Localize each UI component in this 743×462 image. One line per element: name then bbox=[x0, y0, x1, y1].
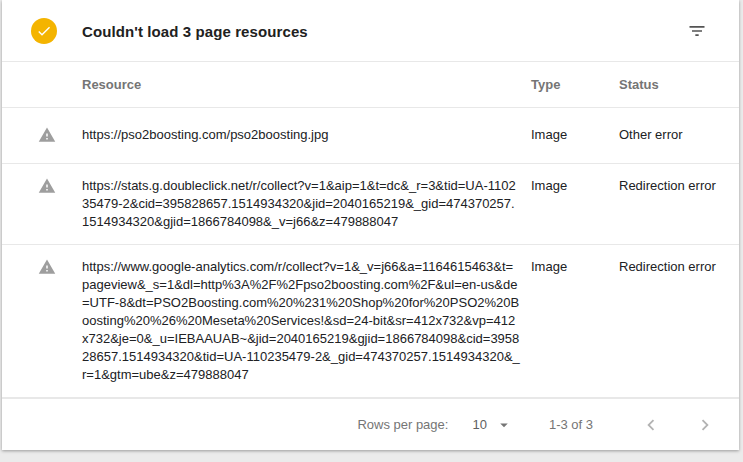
resource-url: https://www.google-analytics.com/r/colle… bbox=[82, 258, 531, 384]
column-header-resource: Resource bbox=[82, 77, 531, 92]
warning-icon bbox=[2, 126, 82, 144]
resource-url: https://pso2boosting.com/pso2boosting.jp… bbox=[82, 126, 531, 144]
filter-list-icon[interactable] bbox=[685, 19, 709, 43]
check-circle-icon bbox=[31, 18, 57, 44]
resource-status: Redirection error bbox=[619, 258, 739, 384]
table-row: https://www.google-analytics.com/r/colle… bbox=[2, 245, 739, 398]
warning-icon bbox=[2, 177, 82, 231]
dialog-header: Couldn't load 3 page resources bbox=[2, 0, 739, 62]
resource-status: Redirection error bbox=[619, 177, 739, 231]
resource-type: Image bbox=[531, 126, 619, 144]
chevron-right-icon[interactable] bbox=[693, 413, 717, 437]
resource-status: Other error bbox=[619, 126, 739, 144]
table-row: https://stats.g.doubleclick.net/r/collec… bbox=[2, 164, 739, 245]
table-header-row: Resource Type Status bbox=[2, 62, 739, 108]
column-header-status: Status bbox=[619, 77, 739, 92]
resource-url: https://stats.g.doubleclick.net/r/collec… bbox=[82, 177, 531, 231]
rows-per-page-label: Rows per page: bbox=[357, 417, 448, 432]
resources-dialog-card: Couldn't load 3 page resources Resource … bbox=[2, 0, 739, 450]
dropdown-arrow-icon bbox=[495, 416, 513, 434]
resource-type: Image bbox=[531, 258, 619, 384]
chevron-left-icon[interactable] bbox=[639, 413, 663, 437]
resource-type: Image bbox=[531, 177, 619, 231]
pagination-range-label: 1-3 of 3 bbox=[549, 417, 593, 432]
rows-per-page-select[interactable]: 10 bbox=[472, 416, 512, 434]
warning-icon bbox=[2, 258, 82, 384]
pagination-bar: Rows per page: 10 1-3 of 3 bbox=[2, 398, 739, 450]
dialog-title: Couldn't load 3 page resources bbox=[82, 22, 308, 39]
column-header-type: Type bbox=[531, 77, 619, 92]
table-row: https://pso2boosting.com/pso2boosting.jp… bbox=[2, 108, 739, 164]
rows-per-page-value: 10 bbox=[472, 417, 486, 432]
